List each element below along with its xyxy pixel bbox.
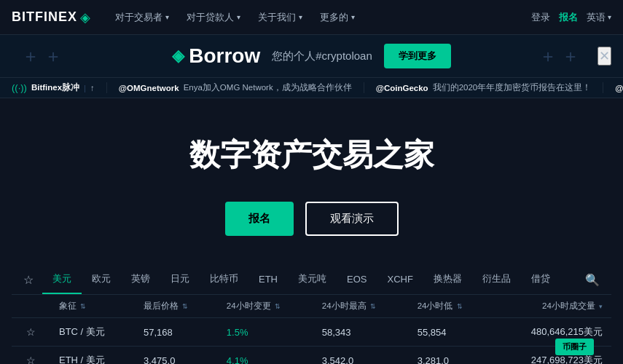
banner-brand: ◈ Borrow	[172, 44, 260, 68]
register-button[interactable]: 报名	[559, 11, 578, 24]
logo-icon: ◈	[80, 9, 90, 25]
nav-menu: 对于交易者 ▾ 对于贷款人 ▾ 关于我们 ▾ 更多的 ▾	[108, 7, 531, 28]
borrow-icon: ◈	[172, 47, 184, 66]
nav-item-traders[interactable]: 对于交易者 ▾	[108, 7, 176, 28]
hero-section: 数字资产交易之家 报名 观看演示	[0, 98, 623, 265]
banner: ＋ ＋ ＋ ＋ ◈ Borrow 您的个人#cryptoloan 学到更多 ✕	[0, 35, 623, 78]
tab-btc[interactable]: 比特币	[200, 265, 248, 294]
nav-item-more[interactable]: 更多的 ▾	[313, 7, 362, 28]
ticker-bar: ((·)) Bitfinex脉冲 | ↑ @OMGnetwork Enya加入O…	[0, 78, 623, 98]
header-right: 登录 报名 英语 ▾	[531, 11, 611, 24]
tab-usdt[interactable]: 美元吨	[288, 265, 337, 294]
pair-cell-eth: ETH / 美元	[50, 347, 135, 365]
pair-cell-btc: BTC / 美元	[50, 318, 135, 347]
tab-jpy[interactable]: 日元	[160, 265, 200, 294]
chevron-icon: ▾	[165, 13, 169, 21]
hero-buttons: 报名 观看演示	[15, 202, 608, 236]
watermark: 币圈子	[555, 339, 594, 355]
col-symbol: 象征 ⇅	[50, 295, 135, 318]
ticker-inner: ((·)) Bitfinex脉冲 | ↑ @OMGnetwork Enya加入O…	[0, 82, 623, 93]
language-selector[interactable]: 英语 ▾	[587, 11, 611, 24]
hero-title: 数字资产交易之家	[15, 135, 608, 175]
col-change: 24小时变更 ⇅	[218, 295, 313, 318]
tab-exchange[interactable]: 换热器	[423, 265, 472, 294]
tab-xchf[interactable]: XCHF	[377, 266, 423, 293]
change-eth: 4.1%	[218, 347, 313, 365]
ticker-item-1: ((·)) Bitfinex脉冲 | ↑	[0, 82, 107, 93]
ticker-item-3: @CoinGecko 我们的2020年年度加密货币报告在这里！	[364, 82, 604, 93]
hero-demo-button[interactable]: 观看演示	[305, 202, 399, 236]
market-section: ☆ 美元 欧元 英镑 日元 比特币 ETH 美元吨 EOS XCHF 换热器	[0, 265, 623, 364]
col-high: 24小时最高 ⇅	[313, 295, 409, 318]
tab-eth[interactable]: ETH	[248, 266, 288, 293]
chevron-icon: ▾	[299, 13, 302, 21]
market-search-icon[interactable]: 🔍	[576, 266, 608, 294]
nav-item-lenders[interactable]: 对于贷款人 ▾	[179, 7, 248, 28]
favorite-star-btc[interactable]: ☆	[20, 319, 42, 345]
table-row: ☆ BTC / 美元 57,168 1.5% 58,343 55,854 480…	[12, 318, 611, 347]
chevron-icon: ▾	[351, 13, 355, 21]
col-low: 24小时低 ⇅	[409, 295, 493, 318]
high-btc: 58,343	[313, 318, 409, 347]
logo[interactable]: BITFINEX ◈	[12, 9, 90, 25]
sort-icon[interactable]: ⇅	[370, 303, 376, 310]
col-volume: 24小时成交量 ▾	[493, 295, 611, 318]
tab-eur[interactable]: 欧元	[82, 265, 121, 294]
ticker-item-4: @Plutus PLIP | Pluton流动	[603, 82, 623, 93]
price-eth: 3,475.0	[135, 347, 218, 365]
wave-icon: ((·))	[12, 82, 27, 93]
banner-close-button[interactable]: ✕	[597, 47, 611, 66]
favorites-tab[interactable]: ☆	[15, 266, 42, 294]
logo-text: BITFINEX	[12, 9, 77, 25]
banner-subtitle: 您的个人#cryptoloan	[272, 50, 372, 63]
market-tabs: ☆ 美元 欧元 英镑 日元 比特币 ETH 美元吨 EOS XCHF 换热器	[12, 265, 611, 295]
tab-lending[interactable]: 借贷	[521, 265, 560, 294]
ticker-item-2: @OMGnetwork Enya加入OMG Network，成为战略合作伙伴	[107, 82, 364, 93]
tab-gbp[interactable]: 英镑	[121, 265, 160, 294]
tab-derivatives[interactable]: 衍生品	[472, 265, 521, 294]
favorite-star-eth[interactable]: ☆	[20, 347, 42, 364]
header: BITFINEX ◈ 对于交易者 ▾ 对于贷款人 ▾ 关于我们 ▾ 更多的 ▾ …	[0, 0, 623, 35]
high-eth: 3,542.0	[313, 347, 409, 365]
hero-register-button[interactable]: 报名	[225, 202, 294, 236]
banner-cta-button[interactable]: 学到更多	[384, 44, 451, 68]
price-btc: 57,168	[135, 318, 218, 347]
banner-brand-label: Borrow	[189, 44, 260, 68]
sort-icon[interactable]: ⇅	[275, 303, 281, 310]
banner-decoration-right: ＋ ＋	[539, 44, 579, 68]
chevron-icon: ▾	[237, 13, 240, 21]
low-eth: 3,281.0	[409, 347, 493, 365]
ticker-label: Bitfinex脉冲	[31, 82, 79, 93]
low-btc: 55,854	[409, 318, 493, 347]
table-row: ☆ ETH / 美元 3,475.0 4.1% 3,542.0 3,281.0 …	[12, 347, 611, 365]
login-button[interactable]: 登录	[531, 11, 550, 24]
sort-icon[interactable]: ⇅	[457, 303, 463, 310]
tab-eos[interactable]: EOS	[337, 266, 377, 293]
col-last-price: 最后价格 ⇅	[135, 295, 218, 318]
banner-decoration-left: ＋ ＋	[22, 44, 62, 68]
market-table: 象征 ⇅ 最后价格 ⇅ 24小时变更 ⇅ 24小时最高 ⇅ 24小时低 ⇅	[12, 295, 611, 364]
nav-item-about[interactable]: 关于我们 ▾	[251, 7, 310, 28]
sort-icon[interactable]: ⇅	[182, 303, 188, 310]
chevron-down-icon: ▾	[608, 13, 611, 21]
change-btc: 1.5%	[218, 318, 313, 347]
sort-icon[interactable]: ⇅	[80, 303, 86, 310]
tab-usd[interactable]: 美元	[42, 265, 82, 294]
sort-desc-icon[interactable]: ▾	[599, 303, 603, 310]
